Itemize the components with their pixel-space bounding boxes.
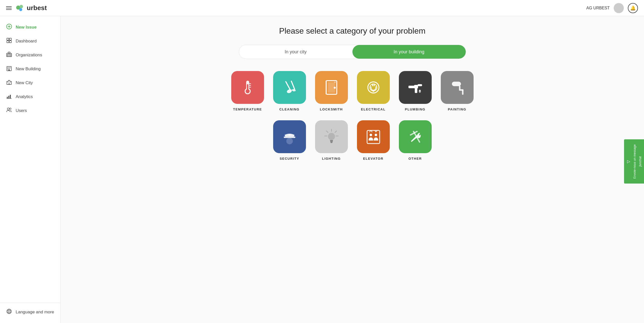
- svg-line-71: [335, 131, 337, 132]
- svg-rect-66: [462, 90, 463, 95]
- svg-rect-56: [374, 84, 375, 86]
- sidebar-item-new-issue[interactable]: New Issue: [0, 20, 60, 34]
- category-locksmith[interactable]: LOCKSMITH: [315, 71, 348, 111]
- svg-point-2: [19, 8, 22, 11]
- svg-line-46: [286, 82, 290, 90]
- svg-point-51: [334, 87, 336, 89]
- dashboard-icon: [6, 38, 12, 44]
- lightbulb-icon: [323, 128, 340, 146]
- category-electrical[interactable]: ELECTRICAL: [357, 71, 390, 111]
- svg-point-80: [370, 134, 372, 136]
- door-icon: [323, 79, 340, 96]
- globe-icon: [6, 309, 12, 315]
- logo-container: urbest: [15, 3, 47, 13]
- svg-point-1: [19, 5, 23, 8]
- svg-point-42: [246, 89, 250, 93]
- logo-icon: [15, 3, 25, 13]
- svg-point-33: [7, 108, 9, 110]
- svg-rect-55: [372, 84, 373, 86]
- elevator-icon: [365, 128, 382, 146]
- svg-rect-60: [414, 85, 418, 88]
- svg-rect-8: [7, 41, 9, 43]
- cleaning-icon-box: [273, 71, 306, 104]
- svg-point-75: [328, 133, 335, 140]
- organizations-icon: [6, 52, 12, 58]
- other-label: OTHER: [408, 157, 422, 160]
- category-temperature[interactable]: TEMPERATURE: [231, 71, 264, 111]
- electrical-icon-box: [357, 71, 390, 104]
- svg-rect-26: [9, 82, 9, 83]
- sidebar-item-label: New City: [16, 80, 33, 85]
- category-painting[interactable]: PAINTING: [441, 71, 474, 111]
- sidebar-item-organizations[interactable]: Organizations: [0, 48, 60, 62]
- location-toggle: In your city In your building: [239, 45, 466, 59]
- category-elevator[interactable]: ELEVATOR: [357, 120, 390, 160]
- category-cleaning[interactable]: CLEANING: [273, 71, 306, 111]
- svg-rect-27: [10, 82, 11, 83]
- temperature-icon-box: [231, 71, 264, 104]
- sidebar-item-language[interactable]: Language and more: [0, 305, 60, 319]
- elevator-label: ELEVATOR: [363, 157, 383, 160]
- sidebar-item-new-city[interactable]: New City: [0, 76, 60, 90]
- jivochat-label2: Envoie-nous un message: [633, 144, 636, 178]
- svg-rect-15: [9, 55, 10, 56]
- jivochat-tab[interactable]: jivochat Envoie-nous un message ▷: [624, 139, 644, 183]
- svg-point-68: [287, 138, 293, 144]
- security-icon-box: [273, 120, 306, 153]
- svg-rect-61: [418, 84, 422, 86]
- main-content: Please select a category of your problem…: [61, 16, 644, 323]
- svg-rect-76: [330, 140, 333, 141]
- sidebar-item-new-building[interactable]: New Building: [0, 62, 60, 76]
- sidebar-item-dashboard[interactable]: Dashboard: [0, 34, 60, 48]
- category-security[interactable]: SECURITY: [273, 120, 306, 160]
- svg-line-48: [291, 81, 295, 89]
- layout: New Issue Dashboard: [0, 16, 644, 323]
- svg-rect-24: [8, 70, 10, 71]
- analytics-icon: [6, 93, 12, 100]
- svg-rect-77: [330, 141, 333, 142]
- sidebar-item-analytics[interactable]: Analytics: [0, 90, 60, 104]
- category-grid: TEMPERATURE CLEANING: [214, 71, 491, 160]
- svg-rect-10: [7, 53, 12, 57]
- category-other[interactable]: OTHER: [399, 120, 432, 160]
- svg-rect-16: [10, 55, 11, 56]
- elevator-icon-box: [357, 120, 390, 153]
- toggle-city[interactable]: In your city: [239, 45, 352, 59]
- svg-rect-9: [9, 41, 11, 43]
- sidebar-item-label: Dashboard: [16, 39, 37, 44]
- header-left: urbest: [6, 3, 47, 13]
- other-icon-box: [399, 120, 432, 153]
- page-title: Please select a category of your problem: [76, 26, 629, 36]
- lighting-label: LIGHTING: [322, 157, 341, 160]
- sidebar-bottom: Language and more: [0, 303, 60, 319]
- hamburger-icon[interactable]: [6, 6, 12, 10]
- city-icon: [6, 79, 12, 86]
- svg-rect-31: [10, 95, 11, 98]
- svg-rect-6: [7, 38, 9, 40]
- svg-rect-12: [9, 54, 10, 55]
- svg-point-81: [375, 134, 377, 136]
- svg-line-73: [326, 131, 328, 132]
- svg-rect-23: [9, 69, 10, 70]
- category-lighting[interactable]: LIGHTING: [315, 120, 348, 160]
- header-username: AG URBEST: [586, 6, 610, 10]
- guard-icon: [281, 128, 298, 146]
- sidebar-item-label: New Building: [16, 66, 41, 72]
- bell-icon[interactable]: 🔔: [628, 3, 638, 13]
- sidebar-item-label: New Issue: [16, 25, 37, 30]
- sidebar-item-users[interactable]: Users: [0, 104, 60, 118]
- category-plumbing[interactable]: PLUMBING: [399, 71, 432, 111]
- sidebar-item-label: Analytics: [16, 94, 33, 99]
- svg-point-36: [8, 309, 10, 314]
- toggle-building[interactable]: In your building: [352, 45, 466, 59]
- svg-rect-21: [10, 67, 11, 68]
- svg-rect-78: [330, 142, 332, 143]
- svg-rect-79: [367, 130, 380, 144]
- security-label: SECURITY: [280, 157, 299, 160]
- temperature-label: TEMPERATURE: [233, 107, 262, 111]
- svg-point-35: [7, 309, 11, 314]
- logo-text: urbest: [27, 4, 47, 12]
- svg-rect-11: [7, 54, 8, 55]
- locksmith-label: LOCKSMITH: [320, 107, 343, 111]
- svg-rect-17: [8, 52, 10, 54]
